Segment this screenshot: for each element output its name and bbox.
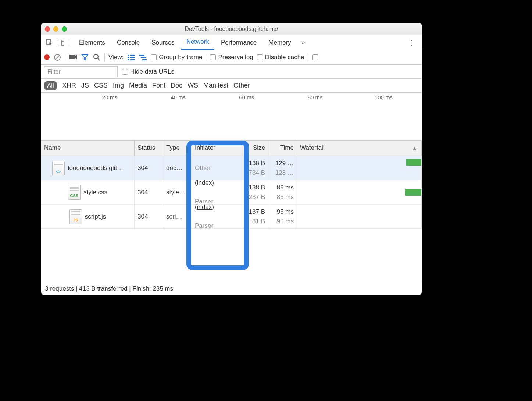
preserve-log-checkbox[interactable]: Preserve log	[210, 54, 253, 61]
cell-time: 129 …128 …	[268, 156, 297, 180]
cell-size: 137 B81 B	[243, 205, 268, 228]
cell-type: scri…	[163, 205, 192, 228]
col-size[interactable]: Size	[243, 141, 268, 156]
filter-row: Hide data URLs	[41, 65, 422, 79]
waterfall-bar	[405, 189, 421, 196]
resource-type-filters: AllXHRJSCSSImgMediaFontDocWSManifestOthe…	[41, 79, 422, 93]
timeline-tick: 100 ms	[375, 94, 393, 100]
cell-type: doc…	[163, 156, 192, 180]
screenshot-icon[interactable]	[69, 53, 77, 61]
offline-checkbox[interactable]	[312, 54, 318, 60]
svg-point-6	[94, 54, 98, 59]
initiator-link[interactable]: (index)	[195, 180, 240, 188]
initiator-link[interactable]: (index)	[195, 205, 240, 212]
request-name: script.js	[85, 213, 106, 220]
waterfall-view-icon[interactable]	[139, 54, 147, 61]
filter-icon[interactable]	[81, 53, 89, 61]
col-time[interactable]: Time	[268, 141, 297, 156]
svg-line-4	[56, 56, 59, 59]
large-rows-icon[interactable]	[127, 54, 135, 61]
cell-waterfall	[297, 180, 422, 204]
timeline-tick: 40 ms	[171, 94, 186, 100]
tab-network[interactable]: Network	[181, 35, 214, 50]
type-filter-xhr[interactable]: XHR	[62, 82, 76, 89]
panel-tabs: ElementsConsoleSourcesNetworkPerformance…	[41, 35, 422, 50]
group-by-frame-checkbox[interactable]: Group by frame	[151, 54, 202, 61]
table-row[interactable]: JSscript.js304scri…(index)Parser137 B81 …	[41, 205, 422, 229]
cell-type: style…	[163, 180, 192, 204]
sort-indicator-icon: ▲	[411, 145, 418, 152]
svg-rect-15	[141, 57, 146, 58]
cell-initiator: (index)Parser	[192, 180, 243, 204]
disable-cache-checkbox[interactable]: Disable cache	[257, 54, 304, 61]
type-filter-img[interactable]: Img	[113, 82, 124, 89]
cell-status: 304	[135, 156, 163, 180]
hide-data-urls-checkbox[interactable]: Hide data URLs	[122, 68, 174, 75]
search-icon[interactable]	[93, 53, 101, 61]
timeline-tick: 80 ms	[308, 94, 323, 100]
cell-initiator: (index)Parser	[192, 205, 243, 228]
tab-elements[interactable]: Elements	[74, 35, 110, 50]
svg-rect-2	[61, 41, 64, 45]
cell-time: 95 ms95 ms	[268, 205, 297, 228]
cell-waterfall	[297, 205, 422, 228]
type-filter-js[interactable]: JS	[81, 82, 89, 89]
type-filter-other[interactable]: Other	[233, 82, 250, 89]
col-type[interactable]: Type	[163, 141, 192, 156]
file-css-icon: CSS	[68, 185, 81, 200]
devtools-window: DevTools - fooooooooods.glitch.me/ Eleme…	[41, 23, 422, 295]
tab-sources[interactable]: Sources	[146, 35, 179, 50]
tab-memory[interactable]: Memory	[263, 35, 296, 50]
type-filter-all[interactable]: All	[44, 81, 57, 90]
type-filter-css[interactable]: CSS	[94, 82, 108, 89]
cell-size: 138 B287 B	[243, 180, 268, 204]
device-toolbar-icon[interactable]	[56, 38, 66, 48]
status-bar: 3 requests | 413 B transferred | Finish:…	[41, 282, 422, 295]
file-js-icon: JS	[69, 209, 82, 224]
file-html-icon: <>	[52, 161, 65, 175]
type-filter-font[interactable]: Font	[152, 82, 165, 89]
type-filter-ws[interactable]: WS	[188, 82, 198, 89]
record-button[interactable]	[44, 54, 50, 60]
request-name: fooooooooods.glit…	[68, 164, 123, 172]
type-filter-media[interactable]: Media	[129, 82, 147, 89]
timeline-overview[interactable]: 20 ms40 ms60 ms80 ms100 ms	[41, 93, 422, 141]
col-status[interactable]: Status	[135, 141, 163, 156]
col-initiator[interactable]: Initiator	[192, 141, 243, 156]
view-label: View:	[108, 54, 124, 61]
svg-rect-16	[142, 59, 147, 60]
clear-icon[interactable]	[53, 53, 61, 61]
timeline-tick: 20 ms	[102, 94, 117, 100]
cell-status: 304	[135, 180, 163, 204]
svg-rect-14	[139, 55, 144, 56]
table-row[interactable]: CSSstyle.css304style…(index)Parser138 B2…	[41, 180, 422, 205]
cell-time: 89 ms88 ms	[268, 180, 297, 204]
cell-size: 138 B734 B	[243, 156, 268, 180]
waterfall-bar	[406, 159, 421, 166]
inspect-element-icon[interactable]	[44, 38, 54, 48]
tab-console[interactable]: Console	[112, 35, 145, 50]
summary-text: 3 requests | 413 B transferred | Finish:…	[45, 285, 173, 292]
window-title: DevTools - fooooooooods.glitch.me/	[41, 26, 422, 32]
cell-status: 304	[135, 205, 163, 228]
col-name[interactable]: Name	[41, 141, 135, 156]
col-waterfall[interactable]: Waterfall ▲	[297, 141, 422, 156]
table-row[interactable]: <>fooooooooods.glit…304doc…Other138 B734…	[41, 156, 422, 180]
cell-initiator: Other	[192, 156, 243, 180]
settings-menu-icon[interactable]: ⋮	[404, 38, 419, 47]
svg-rect-5	[69, 55, 75, 59]
svg-rect-12	[128, 59, 129, 60]
panels-overflow-button[interactable]: »	[298, 39, 309, 46]
svg-rect-9	[130, 55, 135, 56]
network-toolbar: View: Group by frame Preserve log Disabl…	[41, 50, 422, 65]
table-header: Name Status Type Initiator Size Time Wat…	[41, 141, 422, 156]
filter-input[interactable]	[44, 66, 118, 77]
type-filter-doc[interactable]: Doc	[171, 82, 182, 89]
requests-table: Name Status Type Initiator Size Time Wat…	[41, 141, 422, 282]
svg-rect-10	[128, 57, 129, 58]
svg-line-7	[98, 58, 100, 60]
cell-waterfall	[297, 156, 422, 180]
timeline-tick: 60 ms	[239, 94, 254, 100]
type-filter-manifest[interactable]: Manifest	[203, 82, 228, 89]
tab-performance[interactable]: Performance	[216, 35, 262, 50]
